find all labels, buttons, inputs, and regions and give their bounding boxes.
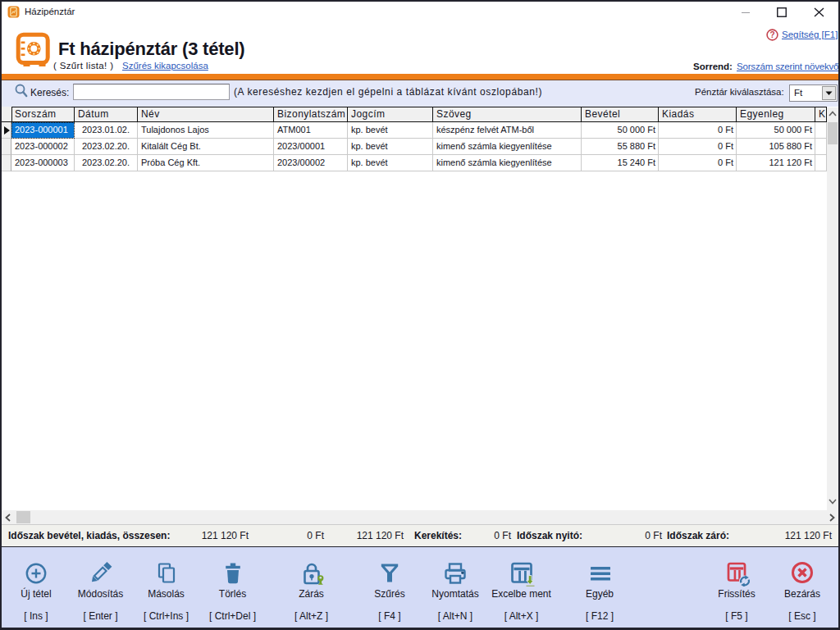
svg-text:?: ? [769, 30, 774, 39]
